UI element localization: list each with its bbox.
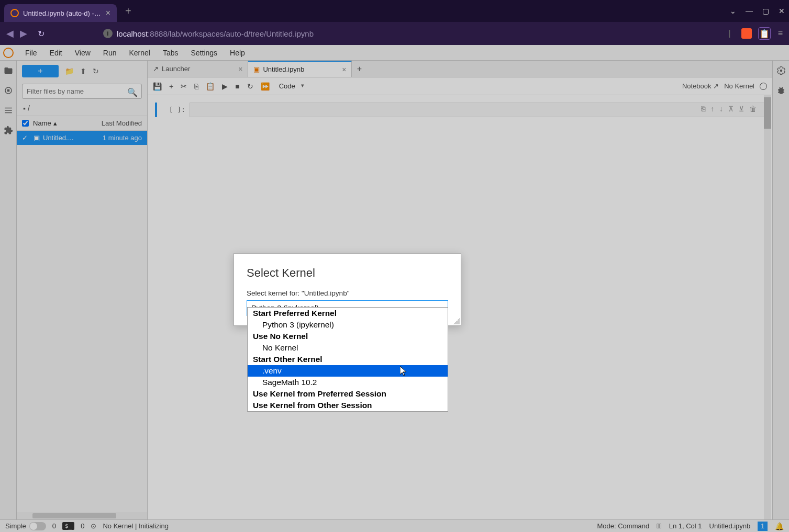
dialog-label: Select kernel for: "Untitled.ipynb" <box>247 289 448 297</box>
forward-button[interactable]: ▶ <box>20 28 27 39</box>
jupyter-favicon <box>10 9 19 17</box>
minimize-icon[interactable]: — <box>746 7 753 15</box>
kernel-dropdown-list: Start Preferred Kernel Python 3 (ipykern… <box>247 307 448 412</box>
browser-toolbar: ◀ ▶ ↻ i localhost:8888/lab/workspaces/au… <box>0 22 789 45</box>
browser-titlebar: Untitled.ipynb (auto-d) - Jup × + ⌄ — ▢ … <box>0 0 789 22</box>
url-path: :8888/lab/workspaces/auto-d/tree/Untitle… <box>148 29 314 38</box>
browser-tab[interactable]: Untitled.ipynb (auto-d) - Jup × <box>4 4 117 22</box>
dropdown-item-no-kernel[interactable]: No Kernel <box>248 342 448 354</box>
dropdown-item-python3[interactable]: Python 3 (ipykernel) <box>248 319 448 331</box>
jupyterlab-app: File Edit View Run Kernel Tabs Settings … <box>0 45 789 532</box>
site-info-icon[interactable]: i <box>103 29 113 38</box>
reload-button[interactable]: ↻ <box>38 29 45 39</box>
hamburger-menu-icon[interactable]: ≡ <box>778 29 783 38</box>
dropdown-group-label: Use No Kernel <box>248 331 448 342</box>
browser-tab-title: Untitled.ipynb (auto-d) - Jup <box>23 9 102 17</box>
dropdown-group-label: Use Kernel from Other Session <box>248 400 448 411</box>
dropdown-group-label: Start Preferred Kernel <box>248 308 448 319</box>
url-host: localhost <box>117 29 148 38</box>
dialog-title: Select Kernel <box>247 266 448 280</box>
back-button[interactable]: ◀ <box>6 28 14 39</box>
window-controls: ⌄ — ▢ ✕ <box>730 7 785 15</box>
dropdown-item-sagemath[interactable]: SageMath 10.2 <box>248 377 448 388</box>
new-tab-button[interactable]: + <box>125 5 131 17</box>
brave-shields-icon[interactable] <box>741 28 752 39</box>
clipboard-icon[interactable]: 📋 <box>758 27 771 40</box>
dropdown-item-venv[interactable]: .venv <box>248 365 448 377</box>
dropdown-group-label: Use Kernel from Preferred Session <box>248 388 448 400</box>
chevron-down-icon[interactable]: ⌄ <box>730 7 736 15</box>
maximize-icon[interactable]: ▢ <box>762 7 769 15</box>
dropdown-group-label: Start Other Kernel <box>248 354 448 365</box>
close-icon[interactable]: × <box>106 8 110 18</box>
close-window-icon[interactable]: ✕ <box>779 7 785 15</box>
url-bar[interactable]: i localhost:8888/lab/workspaces/auto-d/t… <box>103 29 670 38</box>
